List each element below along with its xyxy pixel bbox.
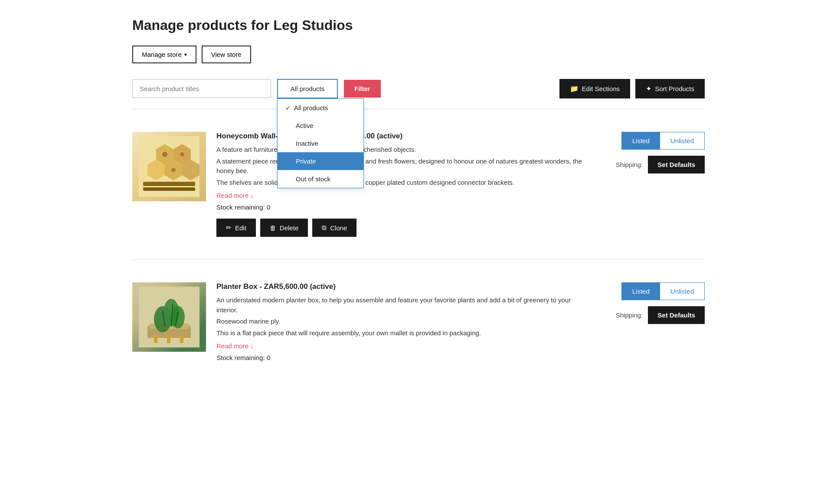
- edit-sections-label: Edit Sections: [582, 85, 620, 92]
- product-title-1: Honeycomb Wall-Mount Shelf - ZAR17,200.0…: [216, 132, 590, 141]
- filter-option-all-products[interactable]: ✓ All products: [278, 99, 363, 117]
- divider-top: [132, 109, 705, 109]
- sort-icon: ✦: [646, 85, 651, 93]
- set-defaults-button-2[interactable]: Set Defaults: [648, 306, 705, 324]
- folder-icon: 📁: [570, 85, 579, 93]
- divider-mid: [132, 259, 705, 260]
- listed-button-2[interactable]: Listed: [622, 283, 660, 300]
- read-more-link-2[interactable]: Read more ↓: [216, 342, 254, 350]
- filter-option-active[interactable]: Active: [278, 117, 363, 134]
- filter-dropdown-menu: ✓ All products Active Inactive Private: [277, 98, 364, 188]
- filter-option-label: Inactive: [296, 140, 318, 147]
- page-title: Manage products for Leg Studios: [132, 17, 705, 33]
- product-image-1: [132, 132, 206, 201]
- svg-rect-14: [154, 334, 157, 343]
- product-row: Honeycomb Wall-Mount Shelf - ZAR17,200.0…: [132, 120, 705, 249]
- product-desc-1a: A feature art furniture piece to display…: [216, 145, 590, 155]
- view-store-button[interactable]: View store: [202, 46, 251, 63]
- stock-remaining-1: Stock remaining: 0: [216, 203, 590, 211]
- view-store-label: View store: [211, 51, 242, 58]
- set-defaults-button-1[interactable]: Set Defaults: [648, 156, 705, 173]
- unlisted-button-2[interactable]: Unlisted: [660, 283, 704, 300]
- filter-button[interactable]: Filter: [344, 80, 381, 98]
- svg-rect-16: [180, 334, 183, 343]
- product-controls-2: Listed Unlisted Shipping: Set Defaults: [601, 282, 705, 324]
- shipping-row-2: Shipping: Set Defaults: [616, 306, 705, 324]
- arrow-down-icon: ↓: [250, 192, 254, 199]
- filter-trigger-label: All products: [291, 85, 324, 92]
- listed-unlisted-toggle-2: Listed Unlisted: [621, 282, 705, 300]
- shipping-label-2: Shipping:: [616, 311, 643, 319]
- product-desc-2c: This is a flat pack piece that will requ…: [216, 328, 590, 338]
- product-info-1: Honeycomb Wall-Mount Shelf - ZAR17,200.0…: [216, 132, 590, 237]
- product-desc-2b: Rosewood marine ply.: [216, 317, 590, 327]
- svg-rect-15: [167, 334, 170, 343]
- filter-option-private[interactable]: Private: [278, 152, 363, 170]
- svg-point-7: [180, 152, 184, 157]
- listed-unlisted-toggle-1: Listed Unlisted: [621, 132, 705, 150]
- toolbar: All products ✓ All products Active Inact…: [132, 79, 705, 98]
- clone-button-1[interactable]: ⧉ Clone: [312, 219, 356, 237]
- product-desc-2a: An understated modern planter box, to he…: [216, 295, 590, 315]
- search-input[interactable]: [132, 79, 271, 98]
- shipping-label-1: Shipping:: [616, 161, 643, 168]
- filter-option-inactive[interactable]: Inactive: [278, 134, 363, 152]
- sort-products-button[interactable]: ✦ Sort Products: [635, 79, 705, 98]
- shipping-row-1: Shipping: Set Defaults: [616, 156, 705, 173]
- filter-option-label: Private: [296, 157, 316, 165]
- edit-icon: ✏: [226, 224, 232, 232]
- checkmark-icon: ✓: [285, 105, 291, 111]
- svg-rect-9: [143, 182, 195, 186]
- product-title-2: Planter Box - ZAR5,600.00 (active): [216, 282, 590, 291]
- product-controls-1: Listed Unlisted Shipping: Set Defaults: [601, 132, 705, 173]
- manage-store-label: Manage store: [142, 51, 182, 58]
- filter-option-label: All products: [294, 104, 328, 111]
- delete-button-1[interactable]: 🗑 Delete: [260, 219, 308, 237]
- clone-icon: ⧉: [322, 224, 327, 232]
- stock-remaining-2: Stock remaining: 0: [216, 354, 590, 361]
- product-desc-1b: A statement piece reminiscent of warm ho…: [216, 157, 590, 176]
- filter-option-label: Out of stock: [296, 175, 330, 183]
- edit-button-1[interactable]: ✏ Edit: [216, 219, 256, 237]
- manage-store-button[interactable]: Manage store ▾: [132, 46, 196, 63]
- arrow-down-icon-2: ↓: [250, 342, 254, 350]
- filter-option-out-of-stock[interactable]: Out of stock: [278, 170, 363, 188]
- svg-point-8: [171, 168, 176, 172]
- sort-products-label: Sort Products: [655, 85, 694, 92]
- chevron-down-icon: ▾: [184, 52, 187, 58]
- read-more-link-1[interactable]: Read more ↓: [216, 192, 254, 199]
- svg-point-19: [171, 306, 185, 328]
- product-image-2: [132, 282, 206, 352]
- action-buttons-1: ✏ Edit 🗑 Delete ⧉ Clone: [216, 219, 590, 237]
- product-info-2: Planter Box - ZAR5,600.00 (active) An un…: [216, 282, 590, 369]
- product-desc-1c: The shelves are solid spruce with detail…: [216, 178, 590, 188]
- toolbar-right: 📁 Edit Sections ✦ Sort Products: [559, 79, 705, 98]
- top-buttons-row: Manage store ▾ View store: [132, 46, 705, 63]
- filter-dropdown-trigger[interactable]: All products: [277, 79, 338, 98]
- trash-icon: 🗑: [270, 224, 276, 232]
- listed-button-1[interactable]: Listed: [622, 132, 660, 149]
- svg-point-6: [162, 152, 167, 157]
- unlisted-button-1[interactable]: Unlisted: [660, 132, 704, 149]
- svg-rect-10: [143, 187, 195, 191]
- filter-dropdown-wrapper: All products ✓ All products Active Inact…: [277, 79, 338, 98]
- edit-sections-button[interactable]: 📁 Edit Sections: [559, 79, 631, 98]
- filter-button-label: Filter: [354, 85, 370, 92]
- filter-option-label: Active: [296, 122, 314, 129]
- product-row-2: Planter Box - ZAR5,600.00 (active) An un…: [132, 270, 705, 381]
